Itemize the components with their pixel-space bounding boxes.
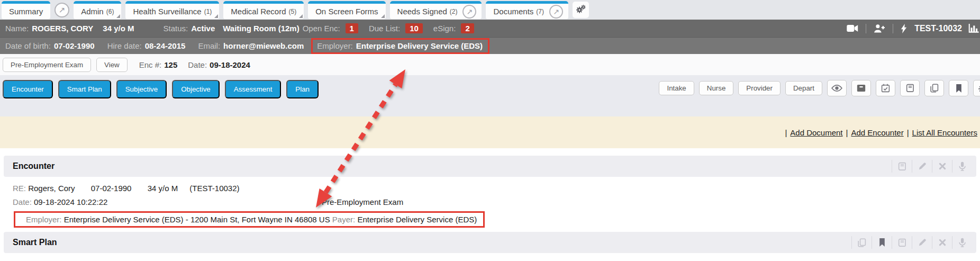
re-patient-name: Rogers, Cory: [28, 184, 75, 193]
copy-icon[interactable]: [851, 236, 872, 249]
exam-type-button[interactable]: Pre-Employment Exam: [3, 58, 91, 72]
bookmark-icon[interactable]: [872, 236, 892, 249]
microphone-icon[interactable]: [952, 236, 972, 249]
dob-label: Date of birth:: [5, 41, 51, 50]
re-age-sex: 34 y/o M: [148, 184, 178, 193]
copy-icon[interactable]: [924, 80, 944, 96]
add-person-icon[interactable]: [874, 24, 885, 33]
employer-value: Enterprise Delivery Service (EDS): [356, 41, 483, 50]
encounter-content: Encounter RE: Rogers, Cory 0: [0, 148, 980, 253]
eye-icon[interactable]: [827, 80, 847, 96]
tab-on-screen-forms[interactable]: On Screen Forms: [308, 1, 385, 19]
archive-box-icon[interactable]: [851, 80, 871, 96]
stage-button-group: Intake Nurse Provider Depart: [659, 80, 980, 96]
divider: [893, 24, 893, 33]
name-label: Name:: [5, 24, 29, 33]
employer-payer-highlight-box: Employer: Enterprise Delivery Service (E…: [14, 211, 485, 228]
add-encounter-link[interactable]: Add Encounter: [851, 128, 903, 137]
enc-number-label: Enc #:: [139, 60, 162, 69]
employer-highlight-box: Employer: Enterprise Delivery Service (E…: [311, 38, 489, 54]
tab-count: (1): [204, 8, 212, 15]
book-icon[interactable]: [892, 160, 912, 173]
patient-age-sex: 34 y/o M: [103, 24, 134, 33]
tab-health-surveillance[interactable]: Health Surveillance (1): [125, 1, 219, 19]
patient-status: Active: [191, 24, 215, 33]
employer-label: Employer:: [317, 41, 353, 50]
lightning-icon[interactable]: [901, 24, 907, 33]
open-enc-label: Open Enc:: [303, 24, 340, 33]
email-label: Email:: [198, 41, 220, 50]
chart-column-icon[interactable]: [968, 24, 979, 33]
video-camera-icon[interactable]: [847, 24, 858, 32]
nav-subjective-button[interactable]: Subjective: [116, 80, 167, 98]
provider-button[interactable]: Provider: [738, 81, 781, 95]
links-band: | Add Document | Add Encounter | List Al…: [0, 116, 980, 148]
tab-admin[interactable]: Admin (6): [74, 1, 121, 19]
external-link-icon: ↗: [59, 5, 66, 15]
nav-smart-plan-button[interactable]: Smart Plan: [58, 80, 111, 98]
separator: |: [846, 128, 848, 137]
external-link-icon[interactable]: ↗: [549, 5, 563, 19]
employer-label: Employer:: [26, 215, 62, 224]
enc-date-label: Date:: [188, 60, 207, 69]
depart-button[interactable]: Depart: [785, 81, 822, 95]
gears-icon[interactable]: [973, 80, 980, 96]
tab-documents[interactable]: Documents (7) ↗: [486, 1, 568, 19]
separator: |: [907, 128, 909, 137]
patient-header-bar: Name: ROGERS, CORY 34 y/o M Status: Acti…: [0, 20, 980, 37]
waiting-room-status: Waiting Room (12m): [223, 24, 299, 33]
due-list-label: Due List:: [369, 24, 400, 33]
close-icon[interactable]: [932, 236, 952, 249]
chart-id: TEST-10032: [914, 24, 962, 33]
pencil-icon[interactable]: [912, 236, 932, 249]
section-header-icons: [892, 160, 972, 173]
demographics-bar: Date of birth: 07-02-1990 Hire date: 08-…: [0, 37, 980, 54]
re-label: RE:: [13, 184, 26, 193]
patient-name: ROGERS, CORY: [32, 24, 93, 33]
tab-label: Health Surveillance: [133, 7, 201, 16]
tab-count: (7): [536, 8, 544, 15]
esign-badge[interactable]: 2: [461, 23, 474, 33]
close-icon[interactable]: [932, 160, 952, 173]
tab-label: Documents: [493, 7, 533, 16]
intake-button[interactable]: Intake: [659, 81, 694, 95]
due-list-badge[interactable]: 10: [405, 23, 423, 33]
view-button[interactable]: View: [96, 58, 128, 72]
section-title: Encounter: [13, 161, 55, 171]
bookmark-icon[interactable]: [949, 80, 968, 96]
tab-count: (2): [450, 8, 458, 15]
book-icon[interactable]: [900, 80, 920, 96]
tab-label: Needs Signed: [397, 7, 447, 16]
date-line: Date: 09-18-2024 10:22:22 Pre-Employment…: [13, 197, 980, 206]
payer-value: Enterprise Delivery Service (EDS): [357, 215, 477, 224]
email-value: horner@mieweb.com: [223, 41, 304, 50]
nurse-button[interactable]: Nurse: [699, 81, 734, 95]
microphone-icon[interactable]: [952, 160, 972, 173]
tab-summary[interactable]: Summary: [2, 1, 50, 19]
nav-encounter-button[interactable]: Encounter: [3, 80, 53, 98]
open-chart-new-window-icon[interactable]: ↗: [55, 3, 69, 17]
pencil-icon[interactable]: [912, 160, 932, 173]
external-link-icon[interactable]: ↗: [462, 5, 476, 19]
module-tab-bar: Summary ↗ Admin (6) Health Surveillance …: [0, 0, 980, 20]
section-title: Smart Plan: [13, 238, 57, 247]
payer-label: Payer:: [332, 215, 355, 224]
webchart-encounter-page: Summary ↗ Admin (6) Health Surveillance …: [0, 0, 980, 261]
nav-assessment-button[interactable]: Assessment: [225, 80, 282, 98]
calendar-check-icon[interactable]: [876, 80, 895, 96]
smart-plan-section-header: Smart Plan: [4, 232, 976, 253]
book-icon[interactable]: [892, 236, 912, 249]
nav-plan-button[interactable]: Plan: [286, 80, 319, 98]
open-enc-badge[interactable]: 1: [346, 23, 358, 33]
section-header-icons: [851, 236, 972, 249]
tab-medical-record[interactable]: Medical Record (5): [223, 1, 304, 19]
re-chart-id: (TEST-10032): [189, 184, 239, 193]
hire-date-label: Hire date:: [107, 41, 142, 50]
tab-settings-gears-icon[interactable]: [573, 2, 589, 18]
date-label: Date:: [13, 197, 32, 206]
nav-objective-button[interactable]: Objective: [172, 80, 220, 98]
employer-value: Enterprise Delivery Service (EDS) - 1200…: [64, 215, 330, 224]
list-all-encounters-link[interactable]: List All Encounters: [912, 128, 977, 137]
add-document-link[interactable]: Add Document: [790, 128, 842, 137]
tab-needs-signed[interactable]: Needs Signed (2) ↗: [390, 1, 482, 19]
